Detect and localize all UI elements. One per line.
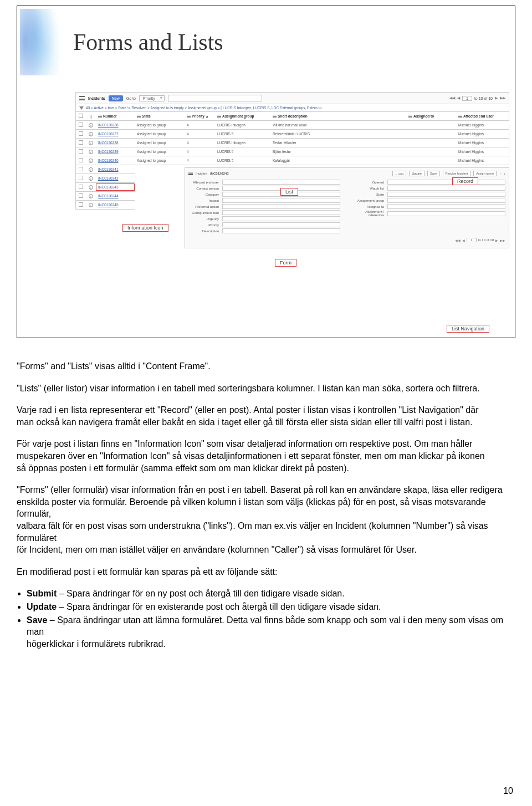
- field-input[interactable]: [387, 198, 505, 203]
- nav-first-icon[interactable]: ◀◀: [455, 238, 461, 242]
- field-input[interactable]: [222, 222, 340, 227]
- table-row[interactable]: iINC0120239Assigned to group4LUCRIS.5Bjö…: [75, 147, 509, 156]
- row-checkbox[interactable]: [76, 174, 86, 182]
- row-checkbox[interactable]: [76, 139, 86, 147]
- row-info-icon[interactable]: i: [86, 130, 96, 138]
- field-input[interactable]: [222, 198, 340, 203]
- servicenow-screenshot: Incidents New Go to Priority ◀◀ ◀ 1 to 1…: [75, 92, 509, 333]
- prev-record-icon[interactable]: ↑: [499, 172, 501, 175]
- next-record-icon[interactable]: ↓: [504, 172, 505, 175]
- row-number-link[interactable]: INC0120236: [96, 121, 135, 129]
- nav-last-icon[interactable]: ▶▶: [500, 238, 505, 242]
- col-state[interactable]: State: [135, 113, 185, 120]
- field-label: Contact person: [188, 187, 219, 190]
- row-affected-end-user: Michael Higgins: [456, 139, 509, 146]
- field-input[interactable]: [222, 180, 340, 185]
- row-info-icon[interactable]: i: [86, 148, 96, 156]
- field-input[interactable]: [222, 210, 340, 215]
- row-info-icon[interactable]: i: [86, 166, 96, 174]
- next-page-icon[interactable]: ▶: [495, 96, 498, 100]
- paragraph: För varje post i listan finns en "Inform…: [17, 438, 515, 474]
- field-input[interactable]: [387, 211, 505, 216]
- table-row[interactable]: iINC0120237Assigned to group4LUCRIS.5Ref…: [75, 130, 509, 139]
- row-state: Assigned to group: [135, 148, 185, 155]
- col-assigned-to[interactable]: Assigned to: [406, 113, 456, 120]
- prev-page-icon[interactable]: ◀: [457, 96, 460, 100]
- form-btn-save[interactable]: Save: [427, 171, 440, 176]
- row-info-icon[interactable]: i: [86, 183, 96, 191]
- row-info-icon[interactable]: i: [86, 175, 96, 182]
- form-body: Affected end userContact personCategoryI…: [188, 178, 505, 234]
- table-row[interactable]: iINC0120241: [75, 165, 135, 174]
- row-number-link[interactable]: INC0120242: [96, 175, 135, 182]
- row-number-link[interactable]: INC0120245: [96, 201, 135, 208]
- row-checkbox[interactable]: [76, 165, 86, 174]
- nav-next-icon[interactable]: ▶: [495, 238, 498, 242]
- field-input[interactable]: [222, 204, 340, 209]
- form-field: Preferred action: [188, 204, 340, 209]
- list-context-menu-icon[interactable]: [79, 96, 85, 100]
- field-input[interactable]: [387, 192, 505, 197]
- row-affected-end-user: Michael Higgins: [456, 157, 509, 164]
- form-btn-0[interactable]: ... ooo: [392, 171, 406, 176]
- row-checkbox[interactable]: [76, 183, 86, 191]
- field-input[interactable]: [222, 228, 340, 233]
- form-btn-resolve[interactable]: Resolve Incident: [443, 171, 471, 176]
- table-row[interactable]: iINC0120238Assigned to group4LUCRIS Inko…: [75, 139, 509, 147]
- table-row[interactable]: iINC0120245: [75, 201, 135, 210]
- row-number-link[interactable]: INC0120243: [96, 183, 135, 191]
- row-checkbox[interactable]: [76, 156, 86, 165]
- row-checkbox[interactable]: [76, 121, 86, 129]
- funnel-icon[interactable]: [79, 106, 84, 110]
- paragraph: En modifierad post i ett formulär kan sp…: [17, 566, 515, 578]
- goto-field-select[interactable]: Priority: [139, 95, 165, 101]
- row-info-icon[interactable]: i: [86, 201, 96, 209]
- field-label: Description: [188, 229, 219, 233]
- field-input[interactable]: [387, 204, 505, 209]
- col-assignment-group[interactable]: Assignment group: [215, 113, 270, 120]
- row-number-link[interactable]: INC0120239: [96, 148, 135, 155]
- table-row[interactable]: iINC0120242: [75, 174, 135, 183]
- table-row[interactable]: iINC0120243: [75, 183, 135, 192]
- col-number[interactable]: Number: [96, 113, 135, 120]
- row-number-link[interactable]: INC0120237: [96, 130, 135, 137]
- page-input[interactable]: 1: [462, 96, 472, 101]
- row-number-link[interactable]: INC0120241: [96, 166, 135, 173]
- field-label: Attachment / references: [354, 210, 384, 217]
- col-short-description[interactable]: Short description: [270, 113, 406, 120]
- first-page-icon[interactable]: ◀◀: [449, 96, 455, 100]
- col-affected-end-user[interactable]: Affected end user: [456, 113, 509, 120]
- row-number-link[interactable]: INC0120240: [96, 157, 135, 164]
- row-checkbox[interactable]: [76, 147, 86, 156]
- form-btn-assign[interactable]: Assign to me: [473, 171, 497, 176]
- new-button[interactable]: New: [109, 95, 123, 101]
- field-input[interactable]: [387, 180, 505, 185]
- col-priority[interactable]: Priority ▲: [185, 113, 215, 120]
- form-btn-update[interactable]: Update: [409, 171, 424, 176]
- nav-page-input[interactable]: 1: [467, 238, 476, 242]
- table-row[interactable]: iINC0120240Assigned to group4LUCRIS.5Kat…: [75, 156, 509, 165]
- row-checkbox[interactable]: [76, 192, 86, 200]
- table-row[interactable]: iINC0120236Assigned to group4LUCRIS Inko…: [75, 121, 509, 130]
- select-all-checkbox[interactable]: [76, 112, 86, 120]
- document-body: "Forms" and "Lists" visas alltid i "Cont…: [17, 360, 515, 650]
- row-number-link[interactable]: INC0120244: [96, 192, 135, 200]
- table-row[interactable]: iINC0120244: [75, 192, 135, 201]
- row-info-icon[interactable]: i: [86, 157, 96, 165]
- field-input[interactable]: [222, 216, 340, 221]
- row-checkbox[interactable]: [76, 201, 86, 209]
- row-number-link[interactable]: INC0120238: [96, 139, 135, 146]
- form-context-menu-icon[interactable]: [188, 172, 193, 175]
- row-checkbox[interactable]: [76, 130, 86, 138]
- search-input[interactable]: [168, 95, 262, 101]
- callout-list-navigation: List Navigation: [447, 325, 489, 333]
- nav-prev-icon[interactable]: ◀: [462, 238, 465, 242]
- row-info-icon[interactable]: i: [86, 139, 96, 147]
- row-info-icon[interactable]: i: [86, 121, 96, 129]
- search-column-icon[interactable]: Q: [86, 113, 96, 120]
- last-page-icon[interactable]: ▶▶: [500, 96, 505, 100]
- field-input[interactable]: [387, 186, 505, 191]
- filter-breadcrumb[interactable]: All > Active = true > State != Resolved …: [75, 104, 509, 112]
- form-field: Watch list: [354, 186, 505, 191]
- row-info-icon[interactable]: i: [86, 192, 96, 200]
